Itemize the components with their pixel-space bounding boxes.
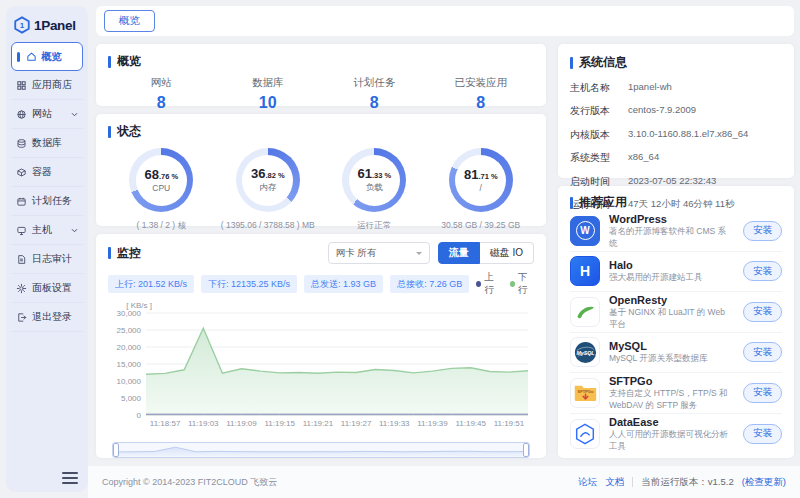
website-icon bbox=[16, 109, 27, 120]
load-gauge: 61.33 % 负载 bbox=[342, 148, 406, 212]
host-icon bbox=[16, 225, 27, 236]
app-name: MySQL bbox=[609, 340, 734, 352]
app-name: SFTPGo bbox=[609, 375, 734, 387]
svg-text:15,000: 15,000 bbox=[117, 360, 142, 369]
svg-text:MySQL: MySQL bbox=[576, 350, 594, 356]
check-update-link[interactable]: (检查更新) bbox=[742, 476, 786, 489]
legend-download[interactable]: 下行 bbox=[510, 271, 534, 297]
zoom-minimap bbox=[113, 443, 529, 457]
legend-dot bbox=[476, 281, 481, 287]
svg-text:25,000: 25,000 bbox=[117, 326, 142, 335]
sidebar-item-app-store[interactable]: 应用商店 bbox=[11, 71, 83, 100]
stat-cronjobs: 计划任务 8 bbox=[321, 76, 428, 112]
app-row-sftpgo: SFTPGo SFTPGo 支持自定义 HTTP/S，FTP/S 和 WebDA… bbox=[570, 373, 782, 414]
sidebar-item-panel-settings[interactable]: 面板设置 bbox=[11, 274, 83, 303]
system-info-title: 系统信息 bbox=[570, 54, 782, 71]
install-button[interactable]: 安装 bbox=[743, 221, 782, 241]
download-rate-badge: 下行: 12135.25 KB/s bbox=[201, 275, 297, 293]
install-button[interactable]: 安装 bbox=[743, 424, 782, 444]
svg-text:11:19:33: 11:19:33 bbox=[379, 419, 410, 428]
svg-text:11:19:27: 11:19:27 bbox=[341, 419, 372, 428]
1panel-logo-icon: 1 bbox=[13, 16, 31, 34]
sidebar-item-label: 主机 bbox=[32, 223, 52, 237]
status-gauges: 68.76 % CPU ( 1.38 / 2 ) 核 36.82 % 内存 bbox=[108, 148, 534, 232]
overview-card: 概览 网站 8 数据库 10 计划任务 8 已安装应用 8 bbox=[96, 44, 546, 106]
sidebar-item-label: 容器 bbox=[32, 165, 52, 179]
sidebar-item-cronjob[interactable]: 计划任务 bbox=[11, 187, 83, 216]
install-button[interactable]: 安装 bbox=[743, 342, 782, 362]
gauge-cpu: 68.76 % CPU ( 1.38 / 2 ) 核 bbox=[108, 148, 215, 232]
sidebar-item-website[interactable]: 网站 bbox=[11, 100, 83, 129]
network-card-select[interactable]: 网卡 所有 bbox=[328, 242, 430, 264]
dashboard: 1 1Panel 概览 应用商店 网站 数据库 bbox=[0, 0, 800, 498]
cpu-gauge: 68.76 % CPU bbox=[129, 148, 193, 212]
stat-databases: 数据库 10 bbox=[215, 76, 322, 112]
gauge-load: 61.33 % 负载 运行正常 bbox=[321, 148, 428, 232]
sidebar-item-container[interactable]: 容器 bbox=[11, 158, 83, 187]
sidebar-item-logout[interactable]: 退出登录 bbox=[11, 303, 83, 332]
logo: 1 1Panel bbox=[11, 10, 83, 42]
disk-io-button[interactable]: 磁盘 IO bbox=[480, 242, 534, 264]
info-row-distribution: 发行版本 centos-7.9.2009 bbox=[570, 104, 782, 118]
app-row-mysql: MySQL MySQL MySQL 开源关系型数据库 安装 bbox=[570, 333, 782, 374]
sidebar-item-label: 日志审计 bbox=[32, 252, 72, 266]
sidebar-item-database[interactable]: 数据库 bbox=[11, 129, 83, 158]
app-desc: 强大易用的开源建站工具 bbox=[609, 272, 734, 283]
chevron-down-icon bbox=[71, 228, 78, 233]
gauge-label: CPU bbox=[152, 183, 170, 193]
disk-gauge: 81.71 % / bbox=[449, 148, 513, 212]
sidebar-item-label: 面板设置 bbox=[32, 281, 72, 295]
gauge-label: 内存 bbox=[259, 182, 276, 194]
svg-text:1: 1 bbox=[20, 21, 25, 30]
sidebar-menu: 概览 应用商店 网站 数据库 容器 计划任务 bbox=[11, 42, 83, 332]
stat-value[interactable]: 10 bbox=[215, 94, 322, 112]
install-button[interactable]: 安装 bbox=[743, 302, 782, 322]
chevron-down-icon bbox=[416, 252, 422, 258]
sftpgo-icon: SFTPGo bbox=[570, 378, 600, 408]
overview-title: 概览 bbox=[108, 53, 534, 70]
svg-text:[ KB/s ]: [ KB/s ] bbox=[126, 301, 152, 310]
sidebar-collapse-button[interactable] bbox=[62, 472, 78, 484]
wordpress-icon: W bbox=[570, 216, 600, 246]
sidebar-item-log-audit[interactable]: 日志审计 bbox=[11, 245, 83, 274]
docs-link[interactable]: 文档 bbox=[605, 476, 624, 489]
svg-text:20,000: 20,000 bbox=[117, 343, 142, 352]
svg-text:11:18:57: 11:18:57 bbox=[150, 419, 181, 428]
overview-stats: 网站 8 数据库 10 计划任务 8 已安装应用 8 bbox=[108, 76, 534, 112]
copyright-text: Copyright © 2014-2023 FIT2CLOUD 飞致云 bbox=[102, 476, 277, 489]
install-button[interactable]: 安装 bbox=[743, 383, 782, 403]
zoom-handle-left[interactable] bbox=[113, 443, 119, 457]
svg-text:5,000: 5,000 bbox=[121, 394, 142, 403]
gauge-subtext: 30.58 GB / 39.25 GB bbox=[441, 220, 520, 230]
svg-text:11:19:45: 11:19:45 bbox=[455, 419, 486, 428]
stat-value[interactable]: 8 bbox=[108, 94, 215, 112]
app-name: OpenResty bbox=[609, 294, 734, 306]
sidebar-item-host[interactable]: 主机 bbox=[11, 216, 83, 245]
info-row-arch: 系统类型 x86_64 bbox=[570, 151, 782, 165]
chart-zoom-slider[interactable] bbox=[112, 442, 530, 458]
install-button[interactable]: 安装 bbox=[743, 261, 782, 281]
stat-value[interactable]: 8 bbox=[321, 94, 428, 112]
zoom-handle-right[interactable] bbox=[523, 443, 529, 457]
gauge-subtext: 运行正常 bbox=[357, 220, 391, 232]
settings-icon bbox=[16, 283, 27, 294]
forum-link[interactable]: 论坛 bbox=[578, 476, 597, 489]
app-row-openresty: OpenResty 基于 NGINX 和 LuaJIT 的 Web 平台 安装 bbox=[570, 292, 782, 333]
logout-icon bbox=[16, 312, 27, 323]
divider bbox=[632, 477, 633, 487]
gauge-subtext: ( 1395.06 / 3788.58 ) MB bbox=[221, 220, 315, 230]
app-desc: MySQL 开源关系型数据库 bbox=[609, 353, 734, 364]
tab-overview[interactable]: 概览 bbox=[104, 10, 155, 32]
audit-icon bbox=[16, 254, 27, 265]
total-received-badge: 总接收: 7.26 GB bbox=[390, 275, 469, 293]
stat-value[interactable]: 8 bbox=[428, 94, 535, 112]
app-row-dataease: DataEase 人人可用的开源数据可视化分析工具 安装 bbox=[570, 414, 782, 455]
topbar: 概览 bbox=[96, 6, 794, 36]
version-text: 当前运行版本：v1.5.2 bbox=[641, 476, 733, 489]
stat-label: 已安装应用 bbox=[428, 76, 535, 90]
sidebar-item-overview[interactable]: 概览 bbox=[11, 42, 83, 71]
stat-label: 数据库 bbox=[215, 76, 322, 90]
select-value: 网卡 所有 bbox=[336, 247, 377, 260]
legend-upload[interactable]: 上行 bbox=[476, 271, 500, 297]
traffic-button[interactable]: 流量 bbox=[438, 242, 480, 264]
